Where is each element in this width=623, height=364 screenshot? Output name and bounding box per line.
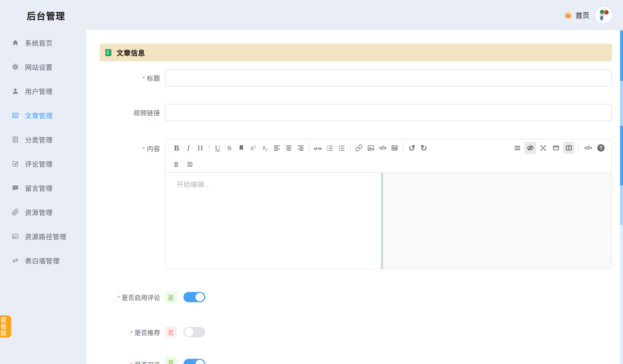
sidebar-item-label: 表白墙管理 bbox=[25, 256, 60, 265]
switch-knob bbox=[196, 360, 204, 364]
sidebar-item-card[interactable]: 资源路径管理 bbox=[0, 224, 86, 248]
markdown-editor: BIHUSx2x2““123</>↺↻ </>? 开始编辑... bbox=[165, 139, 612, 269]
toolbar-divider bbox=[309, 144, 310, 152]
sidebar-item-label: 留言管理 bbox=[25, 183, 53, 193]
quote-button[interactable]: ““ bbox=[312, 142, 324, 154]
card-icon bbox=[11, 232, 20, 241]
video-link-field-label: 视频链接 bbox=[100, 104, 160, 121]
header-right: 首页 bbox=[564, 0, 612, 30]
sidebar-item-user[interactable]: 用户管理 bbox=[0, 79, 86, 103]
editor-toolbar: BIHUSx2x2““123</>↺↻ </>? bbox=[166, 140, 611, 173]
home-icon bbox=[11, 39, 20, 47]
section-header: 文章信息 bbox=[100, 44, 612, 61]
home-link-label: 首页 bbox=[576, 10, 589, 20]
align-right-button[interactable] bbox=[295, 142, 307, 154]
category-icon bbox=[11, 135, 20, 144]
sidebar-item-label: 资源路径管理 bbox=[25, 232, 67, 241]
svg-text:3: 3 bbox=[327, 149, 328, 152]
sidebar-item-message[interactable]: 留言管理 bbox=[0, 176, 86, 200]
sidebar-item-comment[interactable]: 评论管理 bbox=[0, 152, 86, 176]
editor-split-handle[interactable] bbox=[381, 173, 383, 269]
sidebar-item-gear[interactable]: 网站设置 bbox=[0, 55, 86, 79]
avatar[interactable] bbox=[595, 7, 612, 23]
home-link[interactable]: 首页 bbox=[564, 10, 589, 20]
visible-switch[interactable] bbox=[183, 359, 205, 364]
expand-button[interactable] bbox=[537, 142, 549, 154]
scrollbar-track[interactable] bbox=[620, 225, 623, 364]
required-asterisk: * bbox=[130, 329, 133, 337]
ordered-list-button[interactable]: 123 bbox=[324, 142, 336, 154]
message-icon bbox=[11, 184, 20, 192]
image-button[interactable] bbox=[365, 142, 377, 154]
video-link-input[interactable] bbox=[165, 104, 612, 121]
scrollbar-segment[interactable] bbox=[620, 186, 623, 225]
bookmark-button[interactable] bbox=[235, 142, 247, 154]
heading-button[interactable]: H bbox=[194, 142, 206, 154]
editor-placeholder: 开始编辑... bbox=[177, 179, 381, 189]
recommend-switch[interactable] bbox=[183, 327, 205, 337]
toolbar-divider bbox=[578, 144, 579, 152]
trash-button[interactable] bbox=[171, 159, 181, 170]
sidebar-item-label: 评论管理 bbox=[25, 159, 53, 169]
scrollbar-segment[interactable] bbox=[620, 81, 623, 125]
sidebar-item-paperclip[interactable]: 资源管理 bbox=[0, 200, 86, 224]
scrollbar[interactable] bbox=[620, 30, 623, 364]
page-root: { "app": { "title": "后台管理" }, "header": … bbox=[0, 0, 623, 364]
mascot-badge[interactable]: 看板娘 bbox=[0, 315, 11, 338]
required-asterisk: * bbox=[117, 294, 120, 302]
sidebar-item-home[interactable]: 系统首页 bbox=[0, 31, 86, 55]
title-input[interactable] bbox=[165, 69, 612, 86]
visible-state-tag: 是 bbox=[165, 356, 177, 364]
sidebar: 系统首页网站设置用户管理文章管理分类管理评论管理留言管理资源管理资源路径管理表白… bbox=[0, 31, 86, 273]
superscript-button[interactable]: x2 bbox=[247, 142, 259, 154]
bold-button[interactable]: B bbox=[171, 142, 182, 154]
editor-preview-pane bbox=[383, 173, 611, 269]
required-asterisk: * bbox=[130, 361, 133, 364]
scrollbar-thumb[interactable] bbox=[620, 125, 623, 186]
sidebar-item-label: 分类管理 bbox=[25, 135, 53, 144]
help-button[interactable]: ? bbox=[595, 142, 607, 154]
eye-off-button[interactable] bbox=[524, 142, 536, 154]
strike-button[interactable]: S bbox=[223, 142, 235, 154]
save-button[interactable] bbox=[184, 159, 195, 170]
subscript-button[interactable]: x2 bbox=[259, 142, 271, 154]
toolbar-divider bbox=[209, 144, 209, 152]
enable-comments-switch[interactable] bbox=[183, 292, 205, 302]
unordered-list-button[interactable] bbox=[336, 142, 348, 154]
menu-button[interactable] bbox=[512, 142, 523, 154]
title-field-label: * 标题 bbox=[100, 69, 160, 86]
inline-code-button[interactable]: </> bbox=[582, 142, 594, 154]
switch-knob bbox=[196, 293, 204, 301]
link-button[interactable] bbox=[353, 142, 365, 154]
underline-button[interactable]: U bbox=[212, 142, 223, 154]
sidebar-item-category[interactable]: 分类管理 bbox=[0, 127, 86, 152]
sidebar-item-article[interactable]: 文章管理 bbox=[0, 103, 86, 127]
candy-icon bbox=[11, 256, 20, 265]
article-info-icon bbox=[105, 49, 112, 56]
redo-button[interactable]: ↻ bbox=[418, 142, 430, 154]
recommend-state-tag: 否 bbox=[165, 326, 177, 338]
comment-icon bbox=[11, 160, 20, 168]
toolbar-divider bbox=[350, 144, 351, 152]
sidebar-item-label: 文章管理 bbox=[25, 111, 53, 120]
table-button[interactable] bbox=[389, 142, 400, 154]
editor-body: 开始编辑... bbox=[166, 173, 611, 269]
editor-toolbar-left: BIHUSx2x2““123</>↺↻ bbox=[171, 142, 430, 154]
section-title: 文章信息 bbox=[116, 48, 145, 58]
app-title: 后台管理 bbox=[27, 9, 65, 22]
code-button[interactable]: </> bbox=[377, 142, 389, 154]
align-left-button[interactable] bbox=[271, 142, 283, 154]
required-asterisk: * bbox=[142, 75, 145, 82]
italic-button[interactable]: I bbox=[182, 142, 194, 154]
sidebar-item-candy[interactable]: 表白墙管理 bbox=[0, 248, 86, 273]
split-button[interactable] bbox=[563, 142, 575, 154]
window-button[interactable] bbox=[550, 142, 562, 154]
recommend-label: * 是否推荐 bbox=[100, 326, 160, 338]
main-panel: 文章信息 * 标题 视频链接 * 内容 BIHUSx2x2““123</>↺↻ … bbox=[86, 30, 620, 364]
align-center-button[interactable] bbox=[283, 142, 295, 154]
article-icon bbox=[11, 111, 20, 120]
editor-write-pane[interactable]: 开始编辑... bbox=[166, 173, 381, 269]
undo-button[interactable]: ↺ bbox=[406, 142, 418, 154]
scrollbar-thumb[interactable] bbox=[620, 30, 623, 81]
home-icon bbox=[564, 10, 573, 20]
